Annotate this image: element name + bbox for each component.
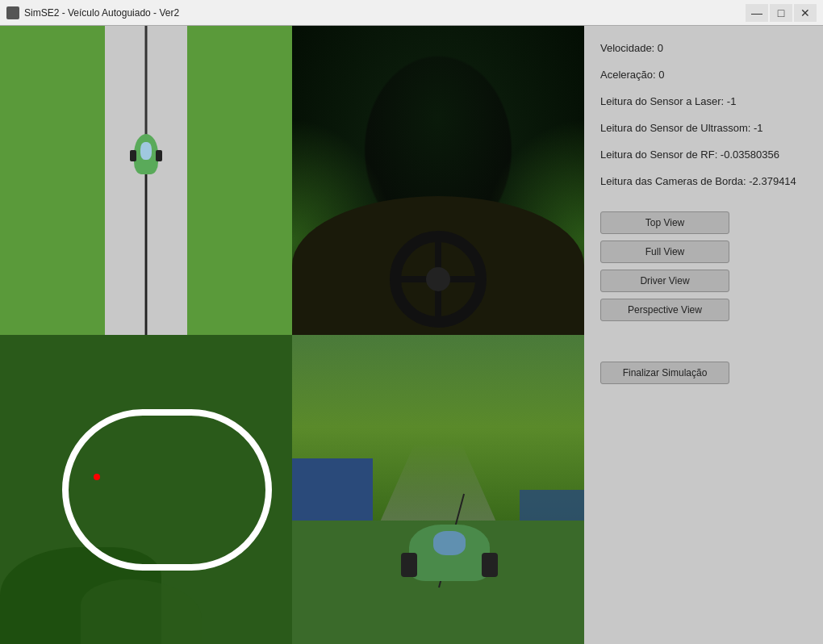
viewport-panel bbox=[0, 26, 584, 644]
perspective-view-button[interactable]: Perspective View bbox=[600, 299, 729, 321]
maximize-button[interactable]: □ bbox=[770, 4, 792, 22]
vehicle-map-dot bbox=[94, 474, 100, 480]
minimize-button[interactable]: — bbox=[746, 4, 768, 22]
persp-vehicle bbox=[393, 525, 506, 613]
laser-label: Leitura do Sensor a Laser: -1 bbox=[600, 95, 807, 107]
vehicle-body bbox=[134, 134, 158, 174]
full-view-button[interactable]: Full View bbox=[600, 240, 729, 263]
grass-right bbox=[187, 26, 292, 335]
window-controls: — □ ✕ bbox=[746, 4, 817, 22]
persp-vehicle-body bbox=[409, 525, 490, 581]
persp-vehicle-window bbox=[433, 531, 466, 555]
title-bar: SimSE2 - Veículo Autoguiado - Ver2 — □ ✕ bbox=[0, 0, 823, 26]
map-track bbox=[62, 409, 272, 571]
velocidade-label: Velocidade: 0 bbox=[600, 42, 807, 54]
finalize-button[interactable]: Finalizar Simulação bbox=[600, 362, 729, 384]
top-view-button[interactable]: Top View bbox=[600, 211, 729, 234]
vehicle-top-view bbox=[132, 134, 161, 182]
ultrassom-label: Leitura do Sensor de Ultrassom: -1 bbox=[600, 122, 807, 134]
map-view-panel bbox=[0, 335, 292, 644]
vehicle-antenna bbox=[145, 174, 147, 335]
aceleracao-label: Aceleração: 0 bbox=[600, 69, 807, 81]
main-content: Velocidade: 0 Aceleração: 0 Leitura do S… bbox=[0, 26, 823, 644]
title-bar-left: SimSE2 - Veículo Autoguiado - Ver2 bbox=[6, 6, 179, 19]
close-button[interactable]: ✕ bbox=[794, 4, 817, 22]
app-icon bbox=[6, 6, 19, 19]
driver-view-button[interactable]: Driver View bbox=[600, 270, 729, 292]
cameras-label: Leitura das Cameras de Borda: -2.379414 bbox=[600, 175, 807, 187]
steering-wheel bbox=[390, 231, 487, 328]
control-panel: Velocidade: 0 Aceleração: 0 Leitura do S… bbox=[584, 26, 823, 644]
app-title: SimSE2 - Veículo Autoguiado - Ver2 bbox=[24, 7, 179, 19]
driver-dashboard bbox=[292, 196, 584, 335]
grass-left bbox=[0, 26, 105, 335]
driver-view-panel bbox=[292, 26, 584, 335]
view-buttons: Top View Full View Driver View Perspecti… bbox=[600, 211, 807, 321]
sensor-info: Velocidade: 0 Aceleração: 0 Leitura do S… bbox=[600, 42, 807, 187]
perspective-view-panel bbox=[292, 335, 584, 644]
persp-wheel-left bbox=[401, 553, 417, 577]
persp-wheel-right bbox=[482, 553, 498, 577]
steering-center bbox=[426, 267, 450, 291]
top-view-panel bbox=[0, 26, 292, 335]
rf-label: Leitura do Sensor de RF: -0.03580356 bbox=[600, 148, 807, 161]
wheel-left bbox=[130, 150, 136, 161]
map-track-container bbox=[62, 409, 272, 571]
wheel-right bbox=[156, 150, 162, 161]
vehicle-window bbox=[140, 142, 152, 160]
